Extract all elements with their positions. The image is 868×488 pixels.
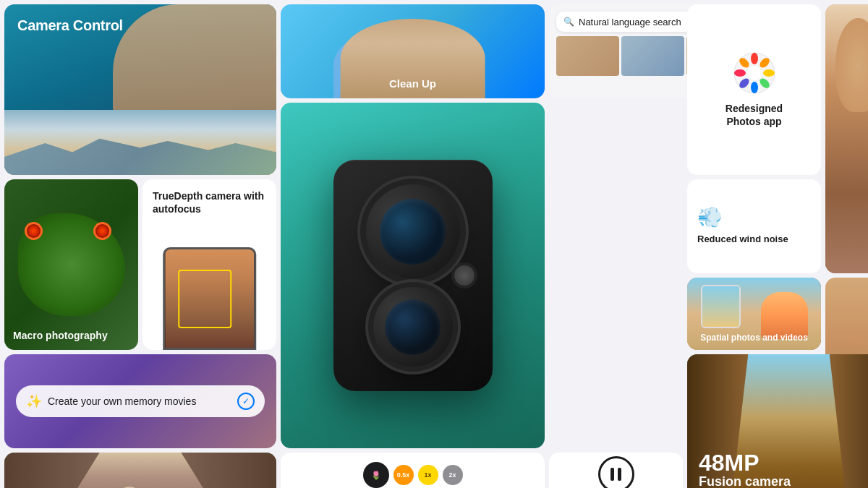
wind-noise-label: Reduced wind noise [697,234,788,246]
photo-thumbnail [556,36,619,76]
pause-video-cell: Pause video recording [549,453,683,488]
ultrawide-lens-icon: 0.5x [393,465,414,485]
memory-check-button[interactable]: ✓ [237,393,255,410]
truedepth-cell: TrueDepth camera with autofocus [142,179,276,350]
svg-point-5 [751,82,758,93]
camera-control-cell: Camera Control [4,4,276,175]
camera-module [333,160,493,391]
pause-button[interactable] [598,456,634,488]
four-lenses-cell: 🌷 0.5x 1x 2x Four lenses in your pocket [281,453,545,488]
canyon-bg [4,453,276,488]
face-detection-box [178,270,231,328]
memory-input-area[interactable]: ✨ Create your own memory movies ✓ [16,385,265,417]
flash-unit [454,265,475,286]
svg-point-1 [751,53,758,64]
mountain [4,129,276,175]
clean-up-label: Clean Up [389,77,436,90]
spatial-phone [701,285,741,328]
landscape-bg [4,110,276,175]
sparkle-icon: ✨ [26,393,42,409]
ultrawide-cell: New Ultra Wide with autofocus [4,453,276,488]
photo-thumbnail [621,36,684,76]
spatial-cell: Spatial photos and videos [687,278,821,350]
photos-app-icon [733,51,776,95]
main-grid: Camera Control Clean Up 🔍 Natural langua… [0,0,868,488]
pause-bar-right [618,468,621,481]
rock-left [4,453,100,488]
macro-label: Macro photography [13,330,108,341]
frog-eye-right [93,222,111,240]
search-icon: 🔍 [563,17,574,27]
portrait-cell [825,4,868,273]
svg-point-9 [747,66,762,80]
secondary-lens [373,287,453,367]
spatial-label: Spatial photos and videos [694,333,814,343]
wind-icon: 💨 [697,207,723,228]
phone-screen-content [165,249,255,348]
memory-input-text: Create your own memory movies [48,395,231,407]
pause-bar-left [610,468,614,481]
rock-right [181,453,276,488]
fusion-name: Fusion camera [699,474,868,488]
photos-app-label: Redesigned Photos app [726,102,783,128]
tele-lens-icon: 2x [443,465,463,485]
fusion-mp: 48MP [699,451,868,474]
fusion-camera-cell: 48MP Fusion camera with 2x Telephoto [687,354,868,488]
lens-icons: 🌷 0.5x 1x 2x [363,462,463,488]
svg-point-7 [734,69,746,77]
camera-control-title: Camera Control [17,17,123,34]
phone-screen [163,247,257,350]
memory-cell: ✨ Create your own memory movies ✓ [4,354,276,448]
truedepth-label: TrueDepth camera with autofocus [153,189,266,215]
main-lens [366,184,460,278]
spatial-phone-screen [702,286,740,327]
svg-point-3 [763,69,775,77]
clean-up-cell: Clean Up [281,4,545,98]
portrait-person [825,4,868,273]
macro-cell: Macro photography [4,179,138,350]
photos-app-cell: Redesigned Photos app [687,4,821,175]
fusion-label: 48MP Fusion camera with 2x Telephoto [699,451,868,488]
pause-bars [610,468,621,481]
macro-lens-icon: 🌷 [363,462,389,488]
frog-eye-left [25,222,43,240]
wind-noise-cell: 💨 Reduced wind noise [687,179,821,273]
wide-lens-icon: 1x [418,465,438,485]
main-camera-cell [281,103,545,448]
